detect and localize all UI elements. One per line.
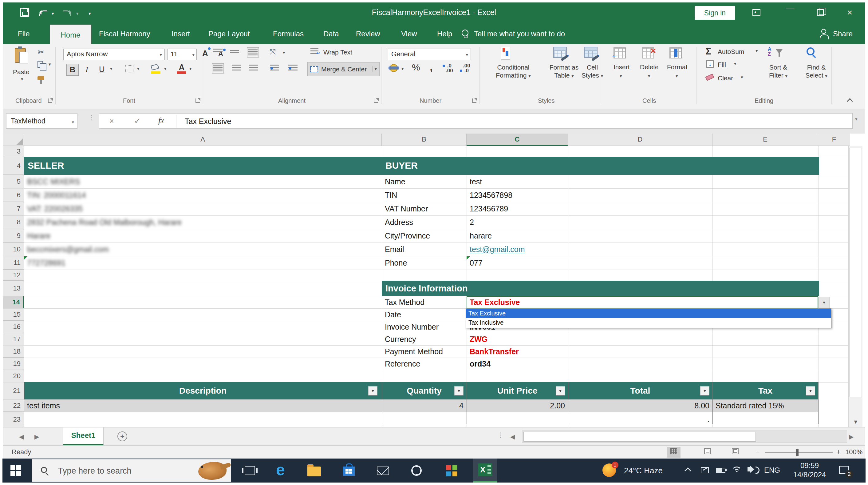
sign-in-button[interactable]: Sign in [695,6,735,20]
alignment-dialog-launcher-icon[interactable] [374,98,378,103]
file-explorer-icon[interactable] [307,466,321,476]
next-row-total[interactable]: . [568,413,709,425]
fill-button[interactable]: Fill [718,61,726,68]
sort-filter-button[interactable]: Sort &Filter [760,63,797,80]
item-tax[interactable]: Standard rated 15% [716,399,784,412]
mail-icon[interactable] [377,466,389,475]
tab-page-layout[interactable]: Page Layout [208,23,250,44]
zoom-in-icon[interactable]: + [837,446,841,458]
undo-icon[interactable] [39,10,47,16]
zoom-slider-thumb[interactable] [796,449,799,456]
tab-home[interactable]: Home [50,25,91,44]
font-size-dropdown-icon[interactable] [192,50,194,60]
format-as-table-icon[interactable] [553,47,567,58]
format-dropdown-icon[interactable] [676,73,678,79]
wrap-text-icon[interactable] [310,48,318,54]
store-icon[interactable] [343,466,355,476]
grid-body[interactable]: SELLER BUYER BSCC MIXERS TIN: 2000011614… [3,146,850,427]
conditional-formatting-button[interactable]: ConditionalFormatting [486,63,541,80]
enter-icon[interactable]: ✓ [131,114,144,128]
increase-indent-icon[interactable] [288,65,298,72]
orientation-dropdown-icon[interactable] [283,50,285,55]
delete-dropdown-icon[interactable] [648,73,650,79]
item-unit-price[interactable]: 2.00 [467,399,565,412]
cut-icon[interactable]: ✂ [37,48,44,57]
cancel-icon[interactable]: × [105,114,118,128]
merge-center-dropdown-icon[interactable] [372,66,377,72]
copy-dropdown-icon[interactable] [49,61,51,67]
scroll-down-icon[interactable]: ▼ [849,419,863,425]
font-name-select[interactable]: Aptos Narrow [63,49,165,60]
buyer-field-value[interactable]: 1234567898 [470,189,513,201]
vertical-scrollbar-thumb[interactable] [849,148,861,397]
item-quantity[interactable]: 4 [382,399,464,412]
column-header-f[interactable]: F [818,134,850,146]
close-button[interactable]: × [842,5,858,20]
tab-view[interactable]: View [401,23,417,44]
tab-review[interactable]: Review [356,23,380,44]
gecko-image[interactable] [198,462,226,480]
copy-icon[interactable] [37,61,43,68]
tray-wifi-icon[interactable] [732,466,743,475]
save-icon[interactable] [20,8,29,17]
page-layout-view-button[interactable] [701,447,714,458]
clear-icon[interactable] [706,75,714,79]
insert-dropdown-icon[interactable] [620,73,622,79]
comma-style-icon[interactable]: , [430,60,433,73]
number-dialog-launcher-icon[interactable] [472,98,476,103]
tab-help[interactable]: Help [437,23,452,44]
redo-icon[interactable] [63,10,71,16]
expand-formula-bar-icon[interactable] [855,116,858,122]
font-color-dropdown-icon[interactable] [189,66,192,72]
share-button[interactable]: Share [833,23,852,44]
fill-dropdown-icon[interactable] [734,61,737,66]
zoom-out-icon[interactable]: − [755,446,760,458]
align-left-icon[interactable] [213,65,222,72]
horizontal-scrollbar-thumb[interactable] [523,432,756,441]
paste-icon[interactable] [15,48,26,63]
column-header-c[interactable]: C [467,134,568,146]
item-total[interactable]: 8.00 [568,399,709,412]
buyer-field-value[interactable]: 123456789 [470,202,508,215]
font-color-icon[interactable]: A [177,63,186,74]
edge-browser-icon[interactable]: e [276,462,285,478]
increase-decimal-icon[interactable]: .0.00 [446,63,453,73]
tax-method-dropdown-list[interactable]: Tax Exclusive Tax Inclusive [466,308,831,328]
worksheet[interactable]: A B C D E F 3 4 5 6 7 8 9 10 11 12 13 14… [3,134,865,427]
tray-volume-icon[interactable] [747,467,751,472]
new-sheet-button[interactable]: + [117,431,127,441]
top-align-icon[interactable] [213,49,222,53]
buyer-email-link[interactable]: test@gmail.com [470,243,525,255]
font-dialog-launcher-icon[interactable] [195,98,200,103]
tab-scrollbar-splitter[interactable]: ⋮ [497,433,503,437]
horizontal-scrollbar[interactable] [522,430,847,443]
wrap-text-button[interactable]: Wrap Text [323,49,352,56]
name-box[interactable]: TaxMethod [6,113,78,129]
center-icon[interactable] [232,65,241,72]
filter-icon[interactable] [368,386,377,395]
fill-color-icon[interactable] [151,65,160,74]
fill-icon[interactable] [706,60,714,68]
number-format-dropdown-icon[interactable] [466,50,468,60]
dropdown-option-tax-inclusive[interactable]: Tax Inclusive [466,318,831,327]
clock[interactable]: 09:59 14/8/2024 [788,461,831,480]
app-grid-icon[interactable] [446,465,457,476]
conditional-formatting-icon[interactable] [501,47,510,60]
filter-icon[interactable] [806,386,815,395]
cell-styles-button[interactable]: CellStyles [576,63,609,80]
task-view-button[interactable] [245,466,255,475]
buyer-field-value[interactable]: harare [470,230,492,242]
reference-value[interactable]: ord34 [470,358,491,370]
zoom-level[interactable]: 100% [845,446,863,458]
underline-button[interactable]: U [99,65,105,74]
orientation-icon[interactable]: ⤧ [270,48,276,56]
tab-file[interactable]: File [18,23,30,44]
taskbar-search[interactable]: Type here to search [32,459,231,482]
italic-button[interactable]: I [86,65,88,75]
item-description[interactable]: test items [27,399,60,412]
paste-dropdown-icon[interactable] [21,76,23,82]
restore-button[interactable] [817,9,824,16]
clipboard-dialog-launcher-icon[interactable] [48,98,52,103]
tab-formulas[interactable]: Formulas [273,23,304,44]
align-right-icon[interactable] [249,65,258,72]
